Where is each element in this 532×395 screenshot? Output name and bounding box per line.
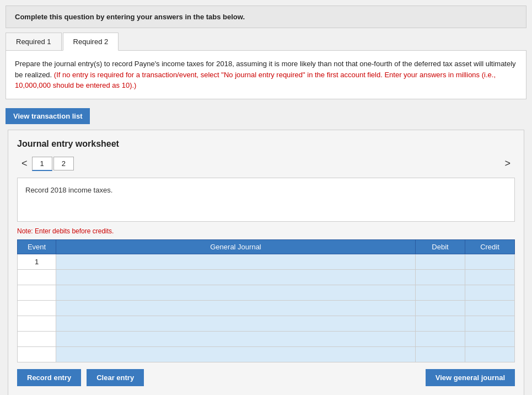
instruction-bar-text: Complete this question by entering your …: [15, 13, 245, 21]
debit-input-2[interactable]: [416, 285, 465, 300]
table-row: [18, 285, 515, 300]
event-cell-5: [18, 331, 56, 346]
table-row: [18, 346, 515, 362]
worksheet-title: Journal entry worksheet: [17, 139, 515, 149]
gj-cell-1[interactable]: [56, 269, 416, 285]
credit-cell-2[interactable]: [465, 285, 515, 300]
instruction-text: Prepare the journal entry(s) to record P…: [15, 58, 517, 91]
debit-cell-5[interactable]: [416, 331, 465, 346]
page-tab-1[interactable]: 1: [32, 157, 52, 171]
debit-input-0[interactable]: [416, 254, 465, 269]
event-description-text: Record 2018 income taxes.: [25, 186, 112, 194]
gj-input-0[interactable]: [56, 254, 415, 269]
credit-input-1[interactable]: [465, 270, 514, 285]
event-cell-0: 1: [18, 254, 56, 269]
note-text: Note: Enter debits before credits.: [17, 227, 515, 235]
debit-cell-2[interactable]: [416, 285, 465, 300]
gj-cell-2[interactable]: [56, 285, 416, 300]
event-cell-4: [18, 316, 56, 331]
debit-cell-4[interactable]: [416, 316, 465, 331]
header-general-journal: General Journal: [56, 239, 416, 254]
view-general-journal-button[interactable]: View general journal: [426, 369, 515, 386]
debit-input-4[interactable]: [416, 316, 465, 331]
journal-table: Event General Journal Debit Credit 1: [17, 239, 515, 362]
record-entry-button[interactable]: Record entry: [17, 369, 81, 386]
credit-input-0[interactable]: [465, 254, 514, 269]
credit-cell-5[interactable]: [465, 331, 515, 346]
tab-required-2[interactable]: Required 2: [63, 33, 119, 51]
table-row: [18, 316, 515, 331]
event-cell-2: [18, 285, 56, 300]
gj-cell-4[interactable]: [56, 316, 416, 331]
prev-arrow[interactable]: <: [17, 157, 32, 170]
gj-input-6[interactable]: [56, 347, 415, 362]
page-tab-2[interactable]: 2: [53, 157, 74, 170]
debit-cell-6[interactable]: [416, 346, 465, 362]
credit-input-3[interactable]: [465, 301, 514, 316]
next-arrow[interactable]: >: [500, 157, 515, 170]
credit-cell-0[interactable]: [465, 254, 515, 269]
credit-input-5[interactable]: [465, 332, 514, 346]
credit-input-4[interactable]: [465, 316, 514, 331]
view-transaction-button[interactable]: View transaction list: [6, 108, 90, 124]
table-row: [18, 300, 515, 316]
table-row: 1: [18, 254, 515, 269]
instruction-red: (If no entry is required for a transacti…: [15, 71, 496, 90]
credit-input-2[interactable]: [465, 285, 514, 300]
event-cell-6: [18, 346, 56, 362]
header-event: Event: [18, 239, 56, 254]
tab-required-1[interactable]: Required 1: [6, 33, 62, 50]
credit-cell-3[interactable]: [465, 300, 515, 316]
gj-input-4[interactable]: [56, 316, 415, 331]
event-cell-3: [18, 300, 56, 316]
bottom-buttons: Record entry Clear entry View general jo…: [17, 369, 515, 386]
journal-worksheet: Journal entry worksheet < 1 2 > Record 2…: [8, 130, 524, 396]
event-description-box: Record 2018 income taxes.: [17, 178, 515, 222]
gj-input-1[interactable]: [56, 270, 415, 285]
credit-cell-6[interactable]: [465, 346, 515, 362]
credit-cell-4[interactable]: [465, 316, 515, 331]
instruction-bar: Complete this question by entering your …: [6, 6, 526, 28]
table-row: [18, 269, 515, 285]
credit-input-6[interactable]: [465, 347, 514, 362]
debit-cell-1[interactable]: [416, 269, 465, 285]
tabs-row: Required 1 Required 2: [6, 33, 526, 51]
debit-input-3[interactable]: [416, 301, 465, 316]
credit-cell-1[interactable]: [465, 269, 515, 285]
header-credit: Credit: [465, 239, 515, 254]
gj-cell-3[interactable]: [56, 300, 416, 316]
gj-input-5[interactable]: [56, 332, 415, 346]
clear-entry-button[interactable]: Clear entry: [87, 369, 144, 386]
debit-input-1[interactable]: [416, 270, 465, 285]
content-area: Prepare the journal entry(s) to record P…: [6, 51, 526, 99]
gj-cell-0[interactable]: [56, 254, 416, 269]
gj-input-2[interactable]: [56, 285, 415, 300]
gj-cell-5[interactable]: [56, 331, 416, 346]
header-debit: Debit: [416, 239, 465, 254]
event-cell-1: [18, 269, 56, 285]
debit-input-6[interactable]: [416, 347, 465, 362]
debit-cell-0[interactable]: [416, 254, 465, 269]
debit-input-5[interactable]: [416, 332, 465, 346]
gj-input-3[interactable]: [56, 301, 415, 316]
debit-cell-3[interactable]: [416, 300, 465, 316]
gj-cell-6[interactable]: [56, 346, 416, 362]
table-row: [18, 331, 515, 346]
nav-row: < 1 2 >: [17, 157, 515, 171]
